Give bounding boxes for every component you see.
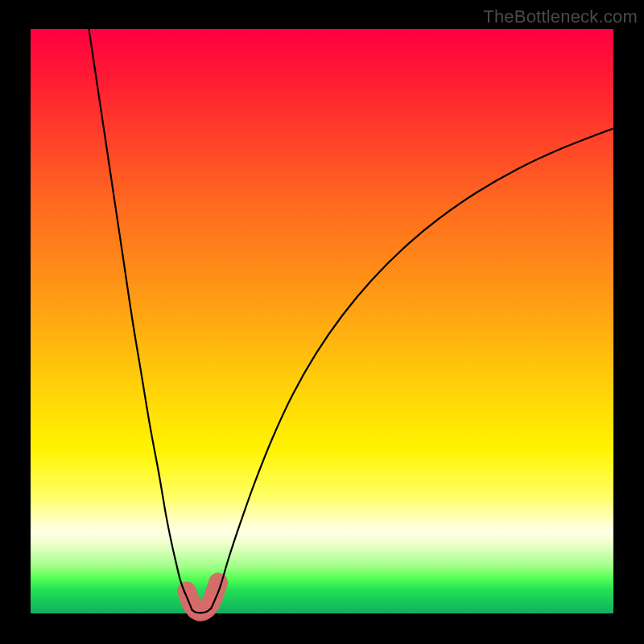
curve-layer bbox=[31, 29, 613, 613]
chart-frame: TheBottleneck.com bbox=[0, 0, 644, 644]
watermark-text: TheBottleneck.com bbox=[483, 6, 638, 27]
curve-left-branch bbox=[89, 29, 192, 610]
plot-area bbox=[31, 29, 613, 613]
curve-right-branch bbox=[211, 128, 613, 608]
